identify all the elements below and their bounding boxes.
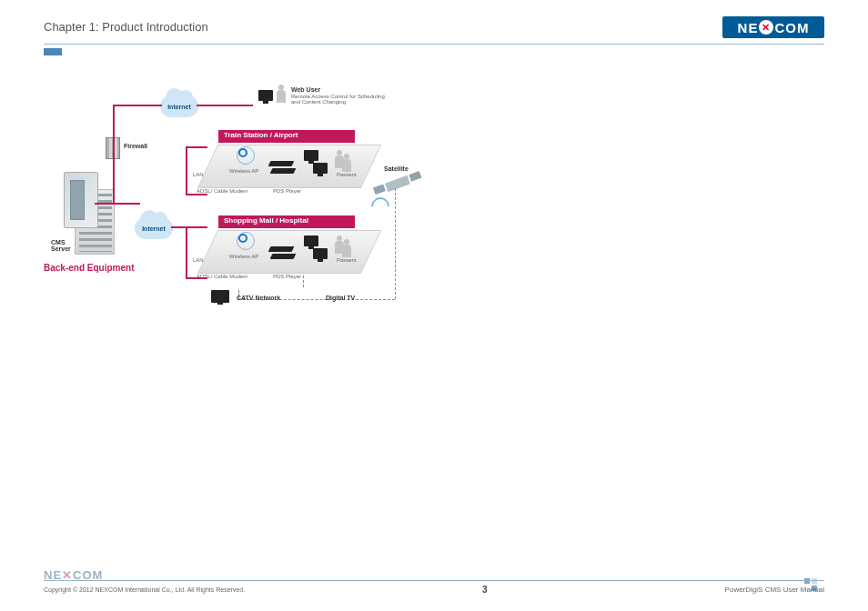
web-user-title: Web User bbox=[291, 86, 320, 93]
zone2-player-label: PDS Player bbox=[273, 274, 301, 279]
wireless-ap-icon bbox=[238, 148, 247, 157]
zone1-band: Train Station / Airport bbox=[218, 130, 355, 143]
person-icon bbox=[277, 90, 286, 103]
signal-waves-icon bbox=[368, 194, 393, 219]
zone2-band: Shopping Mall / Hospital bbox=[218, 215, 355, 228]
zone1-lan-label: LAN bbox=[193, 172, 204, 177]
cms-server-label: CMS Server bbox=[51, 239, 71, 252]
cloud-internet-icon: Internet bbox=[160, 95, 198, 117]
brand-logo-top: NE✕COM bbox=[722, 16, 824, 38]
zone2-modem-label: ADSL/ Cable Modem bbox=[197, 274, 247, 279]
cloud-internet-label: Internet bbox=[142, 225, 166, 232]
backend-title: Back-end Equipment bbox=[44, 263, 134, 273]
cloud-internet-label: Internet bbox=[167, 104, 191, 110]
digitaltv-label: Digital TV bbox=[326, 295, 355, 301]
page-number: 3 bbox=[482, 585, 488, 595]
header-rule bbox=[44, 44, 824, 45]
display-icon bbox=[313, 163, 328, 174]
pds-player-icon bbox=[268, 246, 295, 252]
zone1-ap-label: Wireless AP bbox=[229, 168, 258, 174]
catv-label: CATV Network bbox=[237, 295, 280, 301]
satellite-icon bbox=[385, 175, 410, 192]
document-title: PowerDigiS CMS User Manual bbox=[725, 586, 824, 594]
pds-player-icon bbox=[270, 168, 297, 174]
pds-player-icon bbox=[270, 254, 297, 259]
cms-server-icon bbox=[64, 172, 98, 228]
pds-player-icon bbox=[268, 161, 295, 166]
copyright: Copyright © 2012 NEXCOM International Co… bbox=[44, 586, 245, 593]
zone2-panel bbox=[197, 230, 381, 274]
tv-icon bbox=[211, 290, 229, 303]
firewall-label: Firewall bbox=[124, 143, 147, 149]
display-icon bbox=[304, 150, 318, 161]
architecture-diagram: CMS Server Back-end Equipment Firewall I… bbox=[44, 77, 826, 314]
person-icon bbox=[342, 159, 351, 172]
cloud-internet-icon: Internet bbox=[135, 217, 173, 239]
display-icon bbox=[304, 235, 318, 246]
accent-bar bbox=[44, 48, 62, 55]
display-icon bbox=[313, 248, 328, 259]
zone1-passers-label: Passers bbox=[337, 172, 357, 177]
zone1-panel bbox=[197, 145, 381, 188]
footer: Copyright © 2012 NEXCOM International Co… bbox=[44, 580, 824, 595]
wireless-ap-icon bbox=[238, 234, 247, 243]
zone2-passers-label: Passers bbox=[337, 257, 357, 263]
zone1-modem-label: ADSL/ Cable Modem bbox=[197, 188, 247, 194]
monitor-icon bbox=[258, 90, 273, 101]
web-user-desc: Remote Access Control for Scheduling and… bbox=[291, 94, 391, 105]
zone2-lan-label: LAN bbox=[193, 257, 204, 263]
satellite-label: Satellite bbox=[384, 165, 409, 172]
zone2-ap-label: Wireless AP bbox=[229, 254, 258, 259]
zone1-player-label: PDS Player bbox=[273, 188, 301, 194]
person-icon bbox=[342, 245, 351, 257]
chapter-title: Chapter 1: Product Introduction bbox=[44, 20, 824, 34]
